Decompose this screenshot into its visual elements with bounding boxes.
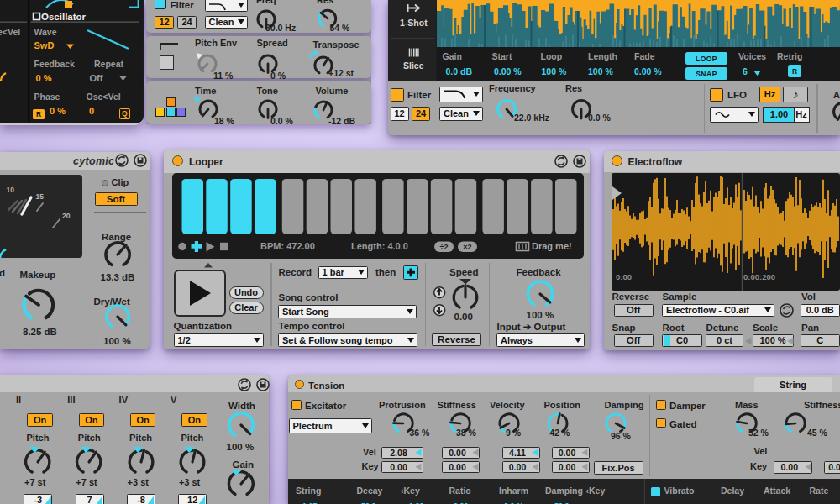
svg-text:÷2: ÷2 <box>440 243 449 251</box>
svg-text:×2: ×2 <box>463 243 471 251</box>
svg-text:0:00: 0:00 <box>616 272 632 281</box>
svg-text:0:00:200: 0:00:200 <box>743 272 775 281</box>
